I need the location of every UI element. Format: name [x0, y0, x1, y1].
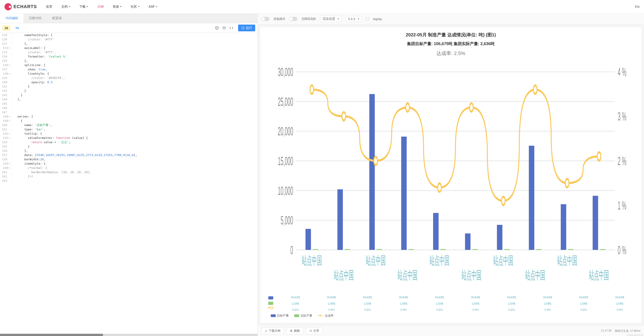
legend-cell: 3540吨: [602, 295, 638, 299]
legend-cell: 129吨: [422, 302, 458, 306]
a11y-label: 无障碍花纹: [302, 17, 316, 21]
nightly-checkbox[interactable]: [366, 17, 369, 21]
svg-rect-59: [290, 330, 292, 332]
share-icon: [309, 329, 312, 332]
svg-text:1 %: 1 %: [618, 199, 626, 212]
legend-cell: 3.6%: [422, 308, 458, 311]
svg-text:站点中国: 站点中国: [589, 269, 609, 282]
nav-item-4[interactable]: 资源: [113, 1, 122, 13]
nav-item-3[interactable]: 示例: [97, 1, 104, 13]
svg-text:0: 0: [290, 243, 293, 256]
svg-text:站点中国: 站点中国: [366, 254, 386, 267]
legend-bar1-icon: [268, 296, 273, 299]
svg-text:20,000: 20,000: [278, 125, 293, 138]
preview-toolbar: 深色模式 无障碍花纹 渲染设置 5.4.3 Nightly: [258, 14, 644, 25]
legend-cell: 129吨: [494, 302, 530, 306]
left-tab-2[interactable]: 配置项: [47, 14, 67, 23]
svg-rect-23: [345, 249, 350, 250]
svg-rect-19: [306, 229, 311, 250]
download-button[interactable]: 下载示例: [261, 327, 284, 334]
legend-cell: 3540吨: [278, 295, 314, 299]
horizontal-scrollbar[interactable]: [0, 334, 258, 336]
legend-bar2-icon: [268, 302, 273, 305]
legend-cell: 129吨: [566, 302, 602, 306]
nav-item-5[interactable]: 社区: [131, 1, 140, 13]
code-editor[interactable]: 129130131132▾133134135136▾137138▾1391401…: [0, 33, 258, 334]
watermark: CSDN @洪韭菜: [627, 334, 643, 336]
svg-text:站点中国: 站点中国: [461, 269, 481, 282]
nav-item-6[interactable]: ASF: [149, 1, 158, 13]
svg-rect-40: [529, 146, 534, 250]
legend-cell: 129吨: [349, 302, 386, 306]
legend-cell: 3540吨: [349, 295, 386, 299]
nav-item-0[interactable]: 首页: [46, 1, 52, 13]
chart-subtitle: 集团目标产量: 106,675吨 集团实际产量: 2,636吨: [264, 41, 638, 47]
nav-item-1[interactable]: 文档: [61, 1, 70, 13]
legend-cell: 129吨: [278, 302, 314, 306]
left-tabs: 代码编辑完整代码配置项: [0, 14, 258, 23]
logo-icon: [4, 3, 12, 10]
series-legend-item[interactable]: 实际产量: [294, 314, 312, 318]
legend-data-table: 3540吨3540吨3540吨3540吨3540吨3540吨3540吨3540吨…: [264, 295, 638, 311]
series-legend-item[interactable]: 达成率: [318, 314, 334, 318]
svg-text:站点中国: 站点中国: [430, 254, 450, 267]
chevron-down-icon: [156, 6, 158, 7]
legend-cell: 3540吨: [530, 295, 566, 299]
top-nav: ECHARTS 首页文档下载示例资源社区ASF EN: [0, 0, 644, 14]
svg-point-52: [406, 103, 409, 112]
dark-mode-toggle[interactable]: [261, 17, 270, 21]
render-settings-select[interactable]: 渲染设置: [320, 16, 342, 22]
screenshot-button[interactable]: 截图: [286, 327, 303, 334]
refresh-icon: [241, 26, 244, 30]
nav-item-2[interactable]: 下载: [79, 1, 88, 13]
lang-js-button[interactable]: JS: [2, 26, 10, 31]
chevron-down-icon: [86, 6, 88, 7]
svg-point-53: [438, 183, 441, 192]
box-icon[interactable]: [222, 26, 226, 30]
legend-cell: 129吨: [314, 302, 350, 306]
logo[interactable]: ECHARTS: [4, 3, 37, 10]
series-legend: 目标产量实际产量达成率: [264, 311, 638, 320]
svg-point-49: [310, 86, 314, 94]
svg-text:15,000: 15,000: [278, 154, 293, 167]
logo-text: ECHARTS: [14, 4, 37, 9]
legend-cell: 3.6%: [349, 308, 386, 311]
svg-text:站点中国: 站点中国: [557, 254, 577, 267]
share-button[interactable]: 分享: [306, 327, 322, 334]
legend-cell: 3.6%: [602, 308, 638, 311]
chevron-down-icon: [338, 19, 339, 20]
svg-rect-35: [472, 249, 478, 250]
legend-cell: 129吨: [458, 302, 494, 306]
left-tab-1[interactable]: 完整代码: [24, 14, 47, 23]
svg-point-60: [291, 330, 292, 331]
legend-cell: 129吨: [602, 302, 638, 306]
svg-rect-44: [568, 249, 573, 250]
lang-ts-button[interactable]: TS: [13, 26, 22, 31]
chevron-down-icon: [120, 6, 122, 7]
svg-rect-31: [433, 213, 438, 250]
chart-rate: 达成率: 2.5%: [264, 50, 638, 57]
code-icon[interactable]: [229, 26, 234, 30]
download-icon: [265, 329, 268, 332]
language-switch[interactable]: EN: [635, 5, 640, 9]
legend-cell: 3.6%: [314, 308, 350, 311]
legend-cell: 3540吨: [422, 295, 458, 299]
run-label: 运行: [246, 26, 252, 30]
right-panel: 深色模式 无障碍花纹 渲染设置 5.4.3 Nightly 2022-05月 制…: [258, 14, 644, 336]
a11y-toggle[interactable]: [289, 17, 297, 21]
run-button[interactable]: 运行: [238, 25, 255, 31]
legend-cell: 3.6%: [494, 308, 530, 311]
version-select[interactable]: 5.4.3: [346, 16, 362, 22]
series-legend-item[interactable]: 目标产量: [271, 314, 289, 318]
svg-rect-34: [465, 233, 470, 250]
svg-rect-25: [369, 94, 374, 250]
left-tab-0[interactable]: 代码编辑: [0, 14, 24, 23]
legend-cell: 3540吨: [458, 295, 494, 299]
svg-text:3 %: 3 %: [618, 110, 626, 123]
svg-point-63: [311, 331, 312, 332]
legend-line-icon: [268, 307, 274, 308]
legend-cell: 129吨: [386, 302, 422, 306]
svg-text:0 %: 0 %: [618, 243, 626, 256]
legend-cell: 3.6%: [386, 308, 422, 311]
cube-icon[interactable]: [215, 26, 219, 30]
